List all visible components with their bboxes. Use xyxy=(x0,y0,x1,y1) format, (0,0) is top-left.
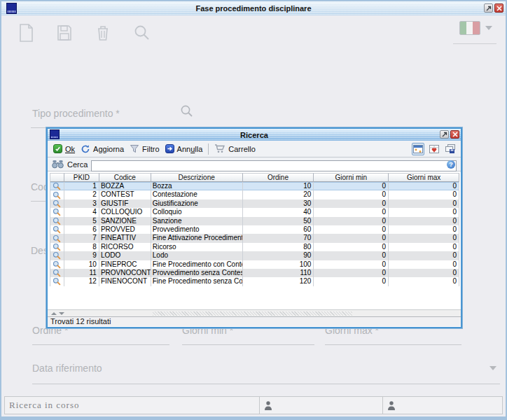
codice-cell: CONTEST xyxy=(99,190,151,199)
restore-window-button[interactable] xyxy=(484,4,493,13)
row-search-icon[interactable] xyxy=(53,251,61,260)
row-lens-cell[interactable] xyxy=(50,182,64,190)
ok-button[interactable]: Ok xyxy=(50,143,78,155)
search-icon[interactable] xyxy=(134,24,150,41)
user-icon xyxy=(264,400,272,411)
column-header-giorni-max[interactable]: Giorni max xyxy=(389,173,459,182)
row-lens-cell[interactable] xyxy=(50,217,64,225)
field-tipo-procedimento[interactable]: Tipo procedimento * xyxy=(32,108,120,119)
ordine-cell: 20 xyxy=(243,190,314,199)
column-header-codice[interactable]: Codice xyxy=(99,173,151,182)
row-search-icon[interactable] xyxy=(53,182,61,190)
search-row: Cerca xyxy=(48,158,461,172)
aggiorna-button[interactable]: Aggiorna xyxy=(78,143,127,155)
language-dropdown-caret-icon[interactable] xyxy=(485,26,492,30)
scroll-down-icon[interactable] xyxy=(59,312,64,315)
date-dropdown-caret-icon[interactable] xyxy=(489,366,496,370)
row-lens-cell[interactable] xyxy=(50,251,64,260)
italian-flag-icon[interactable] xyxy=(459,21,480,35)
search-input[interactable] xyxy=(91,160,457,172)
codice-cell: LODO xyxy=(99,251,151,260)
scroll-up-icon[interactable] xyxy=(51,312,57,315)
table-row[interactable]: 8RICORSORicorso8000 xyxy=(50,243,459,251)
row-lens-cell[interactable] xyxy=(50,234,64,242)
grid-view-icon[interactable] xyxy=(412,143,424,155)
table-row[interactable]: 1BOZZABozza1000 xyxy=(50,182,459,190)
dialog-restore-button[interactable] xyxy=(440,130,449,139)
column-header-giorni-min[interactable]: Giorni min xyxy=(314,173,389,182)
descrizione-cell: Bozza xyxy=(151,182,243,190)
table-row[interactable]: 11PROVNOCONTProvvedimento senza Contesta… xyxy=(50,269,459,277)
field-data-riferimento[interactable]: Data riferimento xyxy=(32,363,102,374)
save-icon[interactable] xyxy=(57,24,72,41)
binoculars-icon xyxy=(52,160,64,169)
scroll-strip[interactable] xyxy=(48,309,461,316)
new-document-icon[interactable] xyxy=(18,24,34,42)
row-lens-cell[interactable] xyxy=(50,225,64,234)
column-header-descrizione[interactable]: Descrizione xyxy=(151,173,243,182)
codice-cell: GIUSTIF xyxy=(99,200,151,208)
giorni-min-cell: 0 xyxy=(314,251,389,260)
lookup-icon[interactable] xyxy=(180,104,193,118)
carrello-button[interactable]: Carrello xyxy=(211,143,258,155)
filtro-button[interactable]: Filtro xyxy=(127,143,162,155)
table-row[interactable]: 6PROVVEDProvvedimento6000 xyxy=(50,225,459,234)
row-search-icon[interactable] xyxy=(53,269,61,277)
column-header-pkid[interactable]: PKID xyxy=(64,173,99,182)
row-search-icon[interactable] xyxy=(53,191,61,200)
giorni-max-cell: 0 xyxy=(389,251,459,260)
close-icon xyxy=(452,132,458,137)
column-header-ordine[interactable]: Ordine xyxy=(243,173,314,182)
row-lens-cell[interactable] xyxy=(50,260,64,269)
favorites-grid-icon[interactable] xyxy=(428,143,440,155)
giorni-min-cell: 0 xyxy=(314,200,389,208)
row-lens-cell[interactable] xyxy=(50,208,64,216)
row-search-icon[interactable] xyxy=(53,243,61,251)
row-search-icon[interactable] xyxy=(53,200,61,208)
codice-cell: BOZZA xyxy=(99,182,151,190)
annulla-button[interactable]: Annulla xyxy=(162,143,206,155)
row-lens-cell[interactable] xyxy=(50,190,64,199)
descrizione-cell: Contestazione xyxy=(151,190,243,199)
close-icon xyxy=(496,6,502,11)
filter-funnel-icon xyxy=(130,144,139,153)
close-window-button[interactable] xyxy=(494,4,503,13)
table-row[interactable]: 10FINEPROCFine Procedimento con Contesta… xyxy=(50,260,459,269)
row-search-icon[interactable] xyxy=(53,208,61,216)
giorni-min-cell: 0 xyxy=(314,243,389,251)
row-search-icon[interactable] xyxy=(53,225,61,234)
ordine-cell: 100 xyxy=(243,260,314,269)
row-search-icon[interactable] xyxy=(53,277,61,286)
table-row[interactable]: 7FINEATTIVFine Attivazione Procedimento7… xyxy=(50,234,459,242)
giorni-min-cell: 0 xyxy=(314,208,389,216)
pkid-cell: 11 xyxy=(64,269,99,277)
restore-arrow-icon xyxy=(486,6,492,11)
row-search-icon[interactable] xyxy=(53,234,61,243)
row-lens-cell[interactable] xyxy=(50,269,64,277)
ricerca-dialog: Ricerca Ok Aggiorna xyxy=(46,127,462,328)
table-row[interactable]: 12FINENOCONTFine Procedimento senza Cont… xyxy=(50,277,459,286)
table-row[interactable]: 3GIUSTIFGiustificazione3000 xyxy=(50,200,459,208)
row-search-icon[interactable] xyxy=(53,260,61,269)
column-header-lens[interactable] xyxy=(50,173,64,182)
resize-grip[interactable] xyxy=(153,312,352,316)
giorni-max-cell: 0 xyxy=(389,260,459,269)
field-help-icon[interactable] xyxy=(447,160,455,169)
pkid-cell: 6 xyxy=(64,225,99,234)
row-lens-cell[interactable] xyxy=(50,277,64,286)
table-row[interactable]: 5SANZIONESanzione5000 xyxy=(50,217,459,225)
giorni-min-cell: 0 xyxy=(314,234,389,242)
main-window: Fase procedimento disciplinare Tipo proc… xyxy=(0,0,507,420)
giorni-min-cell: 0 xyxy=(314,269,389,277)
table-row[interactable]: 4COLLOQUIOColloquio4000 xyxy=(50,208,459,216)
row-search-icon[interactable] xyxy=(53,217,61,225)
row-lens-cell[interactable] xyxy=(50,243,64,251)
field-underline xyxy=(32,344,169,345)
row-lens-cell[interactable] xyxy=(50,200,64,208)
table-row[interactable]: 2CONTESTContestazione2000 xyxy=(50,190,459,199)
table-row[interactable]: 9LODOLodo9000 xyxy=(50,251,459,260)
dialog-close-button[interactable] xyxy=(450,130,459,139)
delete-icon[interactable] xyxy=(96,24,110,41)
pkid-cell: 2 xyxy=(64,190,99,199)
save-results-icon[interactable] xyxy=(444,143,457,155)
